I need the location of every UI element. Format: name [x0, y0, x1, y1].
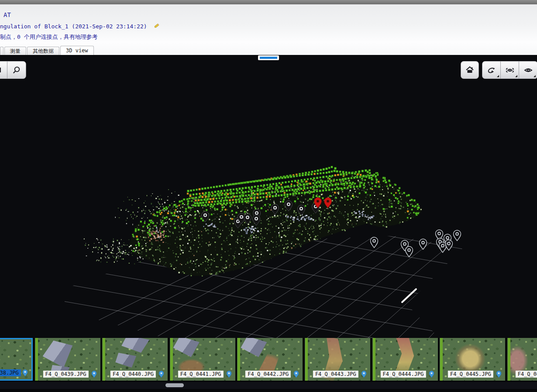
unplaced-gray-pin[interactable]	[406, 246, 413, 257]
camera-black-pin[interactable]	[298, 205, 305, 215]
filmstrip-thumb[interactable]: F4_Q_0440.JPG	[102, 338, 168, 381]
photo-location-pin-icon	[22, 369, 28, 377]
block-summary: 制点，0 个用户连接点，具有地理参考	[0, 33, 98, 41]
photo-status-stripe	[103, 338, 105, 381]
eye-icon	[523, 65, 534, 75]
photo-status-stripe	[508, 338, 510, 381]
filmstrip-thumb[interactable]: F4_Q_0445.JPG	[440, 338, 505, 381]
block-title: ngulation of Block_1 (2021-Sep-02 23:14:…	[0, 23, 147, 30]
photo-location-pin-icon	[361, 371, 367, 378]
home-icon	[465, 66, 474, 74]
tab-other-data[interactable]: 其他数据	[27, 47, 59, 55]
filmstrip-thumb[interactable]: F4_Q_0443.JPG	[305, 338, 370, 381]
tab-3d-view[interactable]: 3D view	[60, 46, 94, 55]
photo-filename: F4_Q_0441.JPG	[178, 371, 224, 378]
unplaced-gray-pin[interactable]	[420, 239, 427, 249]
photo-location-pin-icon	[429, 371, 434, 378]
toolbar-left	[0, 61, 26, 79]
tab-clipped[interactable]	[0, 47, 3, 55]
edit-pencil-icon[interactable]	[153, 23, 160, 29]
tab-label: 3D view	[66, 48, 88, 54]
filmstrip-thumb[interactable]: F4_Q_0438.JPG	[0, 338, 33, 381]
viewport-3d: 100 m	[0, 55, 537, 338]
toolbar-right-group	[482, 61, 537, 79]
unplaced-gray-pin[interactable]	[454, 230, 461, 241]
filmstrip-scrollbar[interactable]	[0, 382, 537, 389]
tab-label: 测量	[10, 48, 21, 54]
filmstrip-thumb[interactable]: F4_Q_0439.JPG	[35, 338, 100, 381]
camera-black-pin[interactable]	[202, 211, 209, 222]
filmstrip-thumb[interactable]: F4_Q_0446.JPG	[507, 338, 537, 381]
tab-bar: 测量其他数据3D view	[0, 46, 537, 55]
photo-status-stripe	[305, 338, 308, 381]
photo-filename: F4_Q_0442.JPG	[245, 371, 291, 378]
photo-location-pin-icon	[293, 371, 299, 378]
camera-black-pin[interactable]	[244, 214, 251, 224]
unplaced-gray-pin[interactable]	[445, 240, 453, 250]
project-name: AT	[3, 11, 11, 18]
orbit-rotate-button[interactable]	[482, 61, 501, 78]
control-point-red-pin[interactable]	[324, 198, 332, 208]
photo-filename: F4_Q_0445.JPG	[448, 371, 493, 378]
unplaced-gray-pin[interactable]	[371, 237, 378, 248]
drag-handle-bar	[260, 57, 277, 59]
tab-label: 其他数据	[33, 48, 54, 54]
photo-filename: F4_Q_0438.JPG	[0, 369, 21, 376]
magnifier-icon	[12, 66, 21, 75]
window-titlebar	[0, 0, 537, 4]
photo-location-pin-icon	[158, 371, 164, 378]
app-window: AT ngulation of Block_1 (2021-Sep-02 23:…	[0, 0, 537, 392]
dropdown-corner	[534, 75, 536, 77]
photo-status-stripe	[440, 338, 443, 381]
photo-status-stripe	[170, 338, 173, 381]
clipped-tool-button[interactable]	[0, 61, 7, 78]
dropdown-corner	[515, 75, 517, 77]
orbit-rotate-icon	[487, 65, 496, 75]
filmstrip-thumb[interactable]: F4_Q_0441.JPG	[170, 338, 235, 381]
bottom-edge	[0, 389, 537, 392]
photo-location-pin-icon	[226, 371, 232, 378]
block-title-line: ngulation of Block_1 (2021-Sep-02 23:14:…	[0, 23, 160, 30]
camera-black-pin[interactable]	[272, 204, 279, 215]
photo-status-stripe	[35, 338, 38, 381]
zoom-search-button[interactable]	[7, 61, 25, 78]
photo-filename: F4_Q_0443.JPG	[313, 371, 358, 378]
filmstrip-thumb[interactable]: F4_Q_0442.JPG	[237, 338, 303, 381]
panel-drag-handle[interactable]	[258, 55, 279, 60]
home-view-button[interactable]	[461, 61, 479, 79]
photo-filename: F4_Q_0444.JPG	[380, 371, 426, 378]
filmstrip-thumb[interactable]: F4_Q_0444.JPG	[372, 338, 438, 381]
photo-location-pin-icon	[91, 371, 97, 378]
camera-black-pin[interactable]	[285, 201, 293, 211]
scrollbar-thumb[interactable]	[165, 383, 184, 387]
photo-status-stripe	[373, 338, 375, 381]
display-options-button[interactable]	[519, 61, 537, 78]
photo-filmstrip: F4_Q_0438.JPGF4_Q_0439.JPGF4_Q_0440.JPGF…	[0, 338, 537, 381]
photo-status-stripe	[238, 338, 240, 381]
dropdown-corner	[497, 75, 499, 77]
tab-measure[interactable]: 测量	[4, 47, 26, 55]
photo-filename: F4_Q_0440.JPG	[110, 371, 156, 378]
zoom-on-visible-button[interactable]	[501, 61, 519, 78]
clipped-tool-icon	[0, 66, 2, 74]
photo-filename: F4_Q_0446.JPG	[516, 371, 537, 378]
photo-location-pin-icon	[496, 371, 502, 378]
camera-black-pin[interactable]	[253, 215, 260, 225]
photo-filename: F4_Q_0439.JPG	[43, 371, 88, 378]
focus-eye-icon	[505, 65, 515, 75]
marker-pin-layer	[0, 55, 537, 338]
